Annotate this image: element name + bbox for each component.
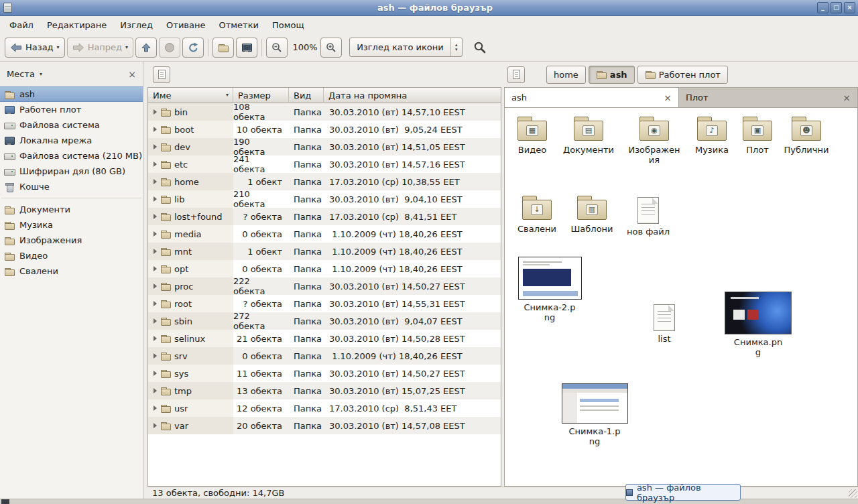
expander-icon[interactable] <box>154 162 157 167</box>
sidebar-item[interactable]: Файлова система (210 MB) <box>0 148 143 164</box>
expander-icon[interactable] <box>154 388 157 393</box>
icon-view-item[interactable]: ◉Изображения <box>624 115 684 165</box>
expander-icon[interactable] <box>154 423 157 428</box>
expander-icon[interactable] <box>154 336 157 341</box>
table-row[interactable]: opt0 обектаПапка 1.10.2009 (чт) 18,40,26… <box>148 260 501 277</box>
expander-icon[interactable] <box>154 371 157 376</box>
tab-ash[interactable]: ash× <box>505 88 679 107</box>
zoom-in-button[interactable] <box>320 38 342 58</box>
sidebar-close-button[interactable]: × <box>128 69 136 80</box>
expander-icon[interactable] <box>154 318 157 324</box>
column-header[interactable]: Име▾ <box>148 88 233 103</box>
sidebar-item[interactable]: Кошче <box>0 179 143 194</box>
table-row[interactable]: proc222 обектаПапка30.03.2010 (вт) 14,50… <box>148 277 501 295</box>
tab-close-icon[interactable]: × <box>837 92 851 103</box>
path-button[interactable]: home <box>546 66 586 84</box>
table-row[interactable]: lost+found? обектаПапка17.03.2010 (ср) 8… <box>148 208 501 225</box>
icon-view-item[interactable]: ☻Публични <box>776 115 837 155</box>
menu-item[interactable]: Отиване <box>160 17 212 33</box>
home-button[interactable] <box>212 38 234 58</box>
expander-icon[interactable] <box>154 231 157 237</box>
sidebar-item[interactable]: Свалени <box>0 263 143 279</box>
titlebar[interactable]: ash — файлов браузър _ □ × <box>0 0 858 16</box>
table-row[interactable]: root? обектаПапка30.03.2010 (вт) 14,55,3… <box>148 295 501 312</box>
expander-icon[interactable] <box>154 266 157 271</box>
expander-icon[interactable] <box>154 144 157 149</box>
expander-icon[interactable] <box>154 405 157 411</box>
sidebar-item[interactable]: Документи <box>0 202 143 217</box>
menu-item[interactable]: Изглед <box>113 17 160 33</box>
sidebar-item[interactable]: Шифриран дял (80 GB) <box>0 164 143 179</box>
icon-view-item[interactable]: нов файл <box>618 197 678 237</box>
expander-icon[interactable] <box>154 109 157 115</box>
expander-icon[interactable] <box>154 179 157 184</box>
icon-view-item[interactable]: ↓Свалени <box>507 194 567 234</box>
expander-icon[interactable] <box>154 353 157 359</box>
sidebar-item[interactable]: Музика <box>0 217 143 233</box>
edit-location-button[interactable] <box>507 66 525 83</box>
path-button[interactable]: ash <box>589 66 635 84</box>
menu-item[interactable]: Файл <box>3 17 40 33</box>
table-row[interactable]: lib210 обектаПапка30.03.2010 (вт) 9,04,1… <box>148 190 501 208</box>
icon-view-item[interactable]: Снимка.png <box>723 292 793 357</box>
table-row[interactable]: boot10 обектаПапка30.03.2010 (вт) 9,05,2… <box>148 121 501 138</box>
tab-close-icon[interactable]: × <box>658 92 672 103</box>
table-row[interactable]: tmp13 обектаПапка30.03.2010 (вт) 15,07,2… <box>148 382 501 399</box>
expander-icon[interactable] <box>154 127 157 132</box>
close-button[interactable]: × <box>844 2 855 13</box>
table-row[interactable]: media0 обектаПапка 1.10.2009 (чт) 18,40,… <box>148 225 501 243</box>
tab-Плот[interactable]: Плот× <box>679 88 857 107</box>
table-row[interactable]: home1 обектПапка17.03.2010 (ср) 10,38,55… <box>148 173 501 190</box>
minimize-button[interactable]: _ <box>817 2 829 13</box>
icon-view-item[interactable]: ▥Шаблони <box>562 194 622 234</box>
table-row[interactable]: srv0 обектаПапка 1.10.2009 (чт) 18,40,26… <box>148 347 501 365</box>
column-header[interactable]: Размер <box>233 88 289 103</box>
table-row[interactable]: etc241 обектаПапка30.03.2010 (вт) 14,57,… <box>148 155 501 173</box>
view-mode-select[interactable]: Изглед като икони ▴▾ <box>349 38 463 57</box>
expander-icon[interactable] <box>154 249 157 254</box>
forward-button[interactable]: Напред ▾ <box>67 38 134 58</box>
expander-icon[interactable] <box>154 196 157 202</box>
table-row[interactable]: dev190 обектаПапка30.03.2010 (вт) 14,51,… <box>148 138 501 155</box>
table-row[interactable]: mnt1 обектПапка 1.10.2009 (чт) 18,40,26 … <box>148 243 501 260</box>
sidebar-item[interactable]: ash <box>0 86 143 102</box>
expander-icon[interactable] <box>154 214 157 219</box>
menu-item[interactable]: Редактиране <box>40 17 113 33</box>
stop-button[interactable] <box>159 38 180 58</box>
table-row[interactable]: usr12 обектаПапка17.03.2010 (ср) 8,51,43… <box>148 399 501 417</box>
taskbar-window-button[interactable]: ash — файлов браузър <box>625 484 741 501</box>
sidebar-item[interactable]: Видео <box>0 248 143 263</box>
path-button[interactable]: Работен плот <box>637 66 728 84</box>
up-button[interactable] <box>135 38 157 58</box>
sidebar-item[interactable]: Работен плот <box>0 102 143 117</box>
icon-view-item[interactable]: Снимка-2.png <box>515 257 585 322</box>
search-button[interactable] <box>469 38 491 58</box>
icon-view-item[interactable]: list <box>634 304 694 344</box>
icon-view-item[interactable]: ▤Документи <box>558 115 619 155</box>
table-row[interactable]: selinux21 обектаПапка30.03.2010 (вт) 14,… <box>148 330 501 347</box>
sidebar-item[interactable]: Локална мрежа <box>0 133 143 148</box>
icon-view-item[interactable]: ▦Видео <box>504 115 562 155</box>
sidebar-mode-select[interactable]: Места ▾ <box>7 69 42 79</box>
column-header[interactable]: Вид <box>289 88 324 103</box>
sidebar-item[interactable]: Файлова система <box>0 117 143 133</box>
table-row[interactable]: sys11 обектаПапка30.03.2010 (вт) 14,50,2… <box>148 365 501 382</box>
table-row[interactable]: sbin272 обектаПапка30.03.2010 (вт) 9,04,… <box>148 312 501 330</box>
reload-button[interactable] <box>182 38 204 58</box>
sidebar-item[interactable]: Изображения <box>0 233 143 248</box>
menu-item[interactable]: Помощ <box>265 17 311 33</box>
icon-view-item[interactable]: Снимка-1.png <box>560 383 629 446</box>
expander-icon[interactable] <box>154 301 157 306</box>
location-toggle-button[interactable] <box>153 66 170 83</box>
zoom-out-button[interactable] <box>266 38 288 58</box>
menu-item[interactable]: Отметки <box>212 17 265 33</box>
table-row[interactable]: bin108 обектаПапка30.03.2010 (вт) 14,57,… <box>148 103 501 121</box>
panel-menu-icon[interactable] <box>1 499 9 504</box>
icon-view[interactable]: ▦Видео▤Документи◉Изображения♪Музика▣Плот… <box>504 107 858 487</box>
back-button[interactable]: Назад ▾ <box>5 38 65 58</box>
computer-button[interactable] <box>236 38 257 58</box>
table-row[interactable]: var20 обектаПапка30.03.2010 (вт) 14,57,0… <box>148 417 501 434</box>
expander-icon[interactable] <box>154 284 157 289</box>
column-header[interactable]: Дата на промяна <box>324 88 501 103</box>
maximize-button[interactable]: □ <box>831 2 842 13</box>
